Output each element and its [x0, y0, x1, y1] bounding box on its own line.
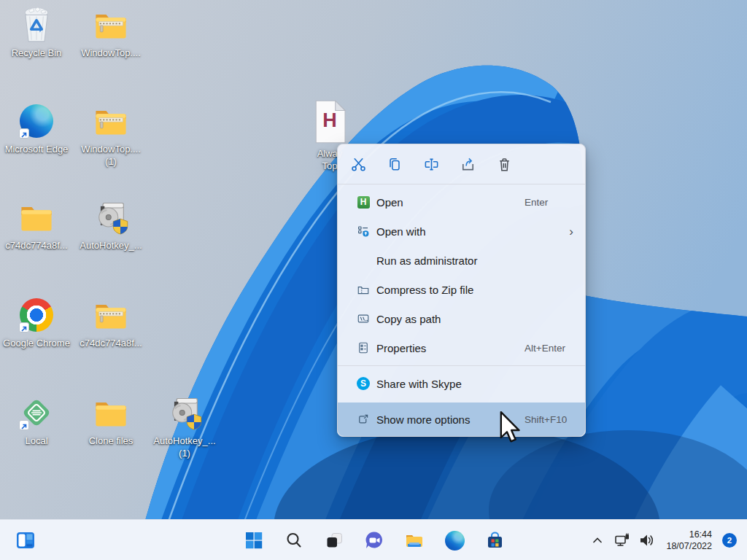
skype-icon: S — [357, 377, 370, 390]
search-button[interactable] — [279, 526, 309, 555]
taskbar-center — [239, 526, 509, 555]
desktop-icon-label: WindowTop.... (1) — [77, 143, 144, 168]
desktop-icon-google-chrome[interactable]: Google Chrome — [3, 296, 70, 349]
open-with-icon — [357, 225, 370, 238]
chat-icon — [364, 530, 384, 551]
shortcut-arrow-icon — [19, 420, 29, 430]
installer-icon — [92, 198, 130, 236]
file-explorer-button[interactable] — [400, 526, 429, 555]
share-icon — [460, 156, 476, 173]
chevron-up-icon — [590, 533, 605, 548]
store-icon — [485, 531, 505, 551]
windows-11-desktop: Recycle Bin WindowTop.... Microsoft Edge — [0, 0, 747, 560]
menu-item-shortcut: Shift+F10 — [525, 414, 567, 425]
recycle-bin-icon — [18, 6, 55, 44]
autohotkey-icon: H — [357, 196, 370, 209]
desktop-icon-label: Google Chrome — [3, 337, 70, 349]
menu-item-shortcut: Alt+Enter — [525, 343, 565, 354]
task-view-icon — [325, 531, 344, 551]
menu-item-open-with[interactable]: Open with › — [338, 217, 585, 246]
desktop-icon-label: Local — [25, 435, 47, 447]
menu-item-copy-as-path[interactable]: Copy as path — [338, 304, 585, 333]
menu-item-label: Open — [376, 196, 403, 209]
desktop-icon-windowtop-zip-1[interactable]: WindowTop.... (1) — [77, 102, 144, 168]
menu-item-label: Compress to Zip file — [376, 284, 473, 296]
properties-icon — [357, 341, 370, 354]
menu-item-compress-to-zip[interactable]: Compress to Zip file — [338, 275, 585, 304]
menu-item-label: Run as administrator — [376, 254, 477, 267]
volume-icon — [638, 532, 656, 549]
search-icon — [285, 531, 303, 550]
share-button[interactable] — [454, 151, 481, 177]
desktop-icon-local[interactable]: Local — [3, 394, 70, 447]
shortcut-arrow-icon — [19, 128, 29, 139]
copy-icon — [387, 156, 403, 172]
desktop-icon-label: Clone files — [89, 435, 133, 447]
edge-icon — [445, 531, 465, 551]
task-view-button[interactable] — [320, 526, 349, 555]
desktop-icon-label: WindowTop.... — [81, 47, 141, 59]
taskbar-tray: 16:44 18/07/2022 2 — [587, 520, 747, 560]
menu-item-share-with-skype[interactable]: S Share with Skype — [338, 369, 585, 398]
network-button[interactable] — [612, 526, 632, 555]
file-letter: H — [310, 109, 349, 132]
clock-time: 16:44 — [689, 529, 712, 540]
menu-item-shortcut: Enter — [525, 197, 548, 208]
folder-icon — [18, 198, 55, 236]
file-explorer-icon — [404, 530, 425, 551]
widgets-icon — [15, 529, 36, 551]
desktop-icon-windowtop-zip[interactable]: WindowTop.... — [77, 6, 144, 59]
desktop-icon-autohotkey-installer[interactable]: AutoHotkey_... — [77, 198, 144, 252]
desktop-icon-label: Recycle Bin — [12, 47, 62, 59]
zip-folder-icon — [92, 6, 130, 44]
file-label-line2: Top — [322, 160, 338, 171]
copy-button[interactable] — [382, 151, 408, 177]
desktop-icon-label: c74dc774a8f... — [5, 239, 67, 252]
context-menu-toolbar — [338, 144, 585, 184]
network-icon — [614, 532, 631, 549]
desktop-icon-label: Microsoft Edge — [5, 143, 69, 155]
desktop-icon-c74dc-folder[interactable]: c74dc774a8f... — [3, 198, 70, 252]
menu-item-label: Show more options — [376, 413, 470, 426]
path-icon — [357, 312, 370, 325]
clock-date: 18/07/2022 — [666, 540, 712, 552]
menu-item-properties[interactable]: Properties Alt+Enter — [338, 333, 585, 362]
rename-icon — [423, 156, 440, 173]
desktop-icon-autohotkey-installer-1[interactable]: AutoHotkey_... (1) — [151, 394, 218, 459]
taskbar-clock[interactable]: 16:44 18/07/2022 — [666, 529, 712, 552]
volume-button[interactable] — [637, 526, 657, 555]
menu-item-label: Share with Skype — [376, 378, 462, 390]
widgets-button[interactable] — [13, 528, 38, 553]
zip-folder-icon — [92, 296, 130, 334]
hidden-icons-chevron[interactable] — [587, 526, 608, 555]
desktop-icon-microsoft-edge[interactable]: Microsoft Edge — [3, 102, 70, 155]
zip-icon — [357, 283, 370, 296]
menu-item-label: Open with — [376, 225, 426, 238]
menu-separator — [338, 365, 585, 366]
edge-taskbar-button[interactable] — [440, 526, 469, 555]
cut-button[interactable] — [345, 151, 371, 177]
start-button[interactable] — [239, 526, 268, 555]
menu-item-show-more-options[interactable]: Show more options Shift+F10 — [338, 402, 585, 436]
taskbar: 16:44 18/07/2022 2 — [0, 519, 747, 560]
menu-item-label: Copy as path — [376, 313, 441, 325]
notification-badge[interactable]: 2 — [722, 533, 737, 548]
context-menu-items: H Open Enter Open with › Run as administ… — [338, 184, 585, 436]
zip-folder-icon — [92, 102, 130, 140]
show-more-options-icon — [357, 413, 370, 426]
folder-icon — [92, 394, 130, 432]
menu-item-run-as-administrator[interactable]: Run as administrator — [338, 246, 585, 275]
store-button[interactable] — [480, 526, 509, 555]
rename-button[interactable] — [418, 151, 444, 177]
delete-icon — [496, 156, 513, 173]
delete-button[interactable] — [491, 151, 517, 177]
desktop-icon-recycle-bin[interactable]: Recycle Bin — [3, 6, 70, 59]
chat-button[interactable] — [360, 526, 389, 555]
menu-item-label: Properties — [376, 342, 426, 354]
submenu-chevron-icon: › — [569, 225, 573, 238]
desktop-icon-clone-files[interactable]: Clone files — [77, 394, 144, 447]
menu-item-open[interactable]: H Open Enter — [338, 187, 585, 217]
start-icon — [244, 531, 263, 550]
desktop-icon-c74dc-zip[interactable]: c74dc774a8f... — [77, 296, 144, 349]
desktop-icon-label: AutoHotkey_... (1) — [151, 435, 218, 459]
